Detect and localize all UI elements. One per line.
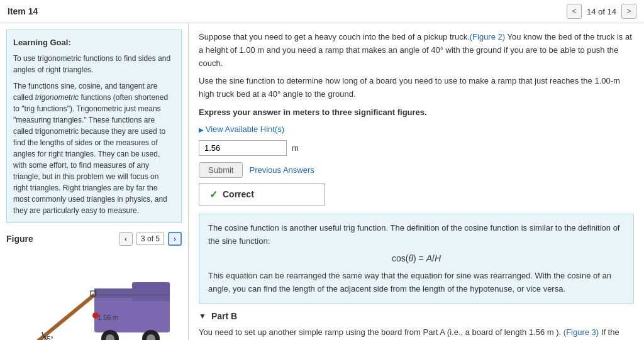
cosine-formula: cos(θ) = A/H <box>208 251 625 265</box>
correct-label: Correct <box>223 189 254 199</box>
part-b-title: Part B <box>211 311 237 321</box>
hint-link-1[interactable]: View Available Hint(s) <box>199 124 284 134</box>
main-layout: Learning Goal: To use trigonometric func… <box>0 23 644 340</box>
learning-goal-box: Learning Goal: To use trigonometric func… <box>6 30 182 223</box>
cosine-info-box: The cosine function is another useful tr… <box>199 214 634 304</box>
top-bar: Item 14 < 14 of 14 > <box>0 0 644 23</box>
part-b-collapse-icon[interactable]: ▼ <box>199 312 206 321</box>
next-item-button[interactable]: > <box>621 4 636 19</box>
prev-answers-link[interactable]: Previous Answers <box>249 165 314 175</box>
submit-button[interactable]: Submit <box>199 162 243 178</box>
question-instruction: Use the sine function to determine how l… <box>199 75 634 101</box>
figure3-link[interactable]: (Figure 3) <box>564 327 599 337</box>
part-b-header: ▼ Part B <box>199 311 634 321</box>
right-panel: Suppose that you need to get a heavy cou… <box>189 23 644 340</box>
answer-input-1[interactable] <box>199 140 287 156</box>
learning-goal-title: Learning Goal: <box>13 36 175 49</box>
learning-goal-p1: To use trigonometric functions to find s… <box>13 53 175 75</box>
figure-count: 3 of 5 <box>136 233 164 245</box>
question-intro: Suppose that you need to get a heavy cou… <box>199 31 634 70</box>
figure-nav: ‹ 3 of 5 › <box>119 232 182 246</box>
left-panel: Learning Goal: To use trigonometric func… <box>0 23 189 340</box>
svg-rect-2 <box>94 288 132 298</box>
svg-text:1.56 m: 1.56 m <box>97 314 119 321</box>
figure-image: 25° 1.56 m <box>6 251 176 341</box>
part-b-text: You need to set up another simple ramp u… <box>199 326 634 340</box>
figure-header: Figure ‹ 3 of 5 › <box>6 232 182 246</box>
next-figure-button[interactable]: › <box>168 232 182 246</box>
learning-goal-p2: The functions sine, cosine, and tangent … <box>13 80 175 216</box>
answer-unit-1: m <box>292 143 299 153</box>
prev-figure-button[interactable]: ‹ <box>119 232 133 246</box>
figure-svg: 25° 1.56 m <box>6 251 176 341</box>
svg-line-10 <box>38 295 94 341</box>
svg-rect-3 <box>132 282 170 301</box>
item-title: Item 14 <box>8 6 38 16</box>
figure-title: Figure <box>6 234 33 244</box>
answer-box: m <box>199 140 634 156</box>
cosine-intro: The cosine function is another useful tr… <box>208 222 625 248</box>
submit-row: Submit Previous Answers <box>199 162 634 178</box>
item-count: 14 of 14 <box>587 7 616 16</box>
item-navigation: < 14 of 14 > <box>567 4 636 19</box>
cosine-followup: This equation can be rearranged the same… <box>208 270 625 296</box>
check-icon: ✓ <box>209 189 218 200</box>
figure2-link[interactable]: (Figure 2) <box>470 32 505 41</box>
express-label-1: Express your answer in meters to three s… <box>199 106 634 119</box>
svg-text:25°: 25° <box>43 335 53 341</box>
prev-item-button[interactable]: < <box>567 4 582 19</box>
part-b-section: ▼ Part B You need to set up another simp… <box>199 311 634 340</box>
correct-box: ✓ Correct <box>199 183 325 206</box>
